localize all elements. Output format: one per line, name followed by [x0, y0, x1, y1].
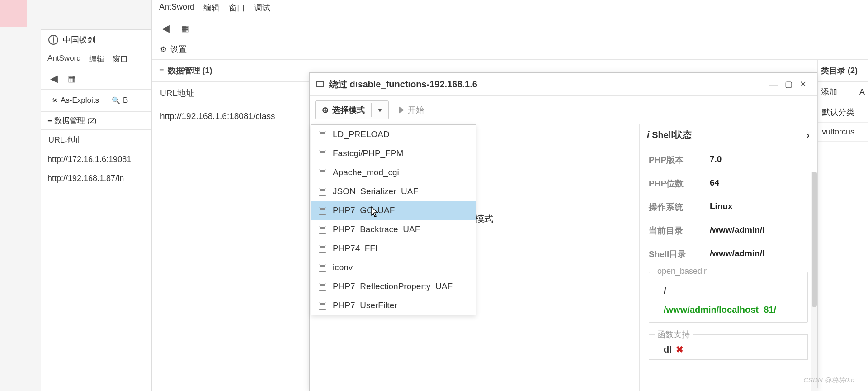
list-icon	[159, 66, 164, 76]
mode-ld-preload[interactable]: LD_PRELOAD	[311, 125, 476, 144]
mode-label: Apache_mod_cgi	[333, 167, 399, 177]
row-cwd: 当前目录 /www/admin/l	[649, 225, 808, 237]
tab-as-exploits[interactable]: As-Exploits	[46, 93, 105, 108]
mode-dropdown: LD_PRELOAD Fastcgi/PHP_FPM Apache_mod_cg…	[311, 124, 476, 315]
mode-label: JSON_Serializer_UAF	[333, 186, 418, 196]
function-name: dl	[664, 344, 672, 354]
select-mode-button[interactable]: 选择模式 ▼	[315, 100, 389, 119]
category-default[interactable]: 默认分类	[818, 102, 868, 123]
bg-menu-antsword[interactable]: AntSword	[47, 54, 81, 64]
info-icon	[647, 130, 650, 140]
scrollbar-thumb[interactable]	[812, 172, 817, 307]
file-icon	[319, 245, 326, 253]
dialog-titlebar[interactable]: 绕过 disable_functions-192.168.1.6 — ▢ ✕	[310, 73, 817, 96]
shell-status-title: Shell状态	[652, 130, 692, 140]
select-mode-label: 选择模式	[332, 105, 365, 115]
start-button[interactable]: 开始	[392, 101, 430, 119]
open-basedir-legend: open_basedir	[655, 267, 709, 276]
file-icon	[319, 302, 326, 310]
main-back-icon[interactable]: ◀	[156, 20, 176, 37]
menu-debug[interactable]: 调试	[254, 2, 270, 13]
chevron-right-icon[interactable]: ›	[807, 130, 810, 140]
shell-status-panel: Shell状态 › PHP版本 7.0 PHP位数 64 操作系统 Linux	[640, 124, 817, 391]
os-label: 操作系统	[649, 201, 710, 213]
cat-a-label: A	[859, 87, 865, 97]
mode-php7-userfilter[interactable]: PHP7_UserFilter	[311, 296, 476, 315]
mode-label: PHP7_ReflectionProperty_UAF	[333, 281, 453, 291]
row-os: 操作系统 Linux	[649, 201, 808, 213]
function-dl-row: dl ✖	[664, 344, 799, 355]
mode-php7-backtrace-uaf[interactable]: PHP7_Backtrace_UAF	[311, 220, 476, 239]
file-icon	[319, 283, 326, 291]
mode-label: PHP7_Backtrace_UAF	[333, 224, 420, 234]
open-basedir-slash: /	[664, 286, 799, 296]
category-vulforcus[interactable]: vulforcus	[818, 123, 868, 142]
bg-menu-window[interactable]: 窗口	[113, 54, 128, 64]
open-basedir-path: /www/admin/localhost_81/	[664, 305, 799, 315]
mode-iconv[interactable]: iconv	[311, 258, 476, 277]
tab-settings[interactable]: 设置	[152, 39, 195, 59]
file-icon	[319, 150, 326, 157]
shell-status-header[interactable]: Shell状态 ›	[640, 124, 817, 146]
scrollbar-track[interactable]	[811, 172, 817, 391]
mode-apache-mod-cgi[interactable]: Apache_mod_cgi	[311, 163, 476, 182]
gear-icon	[160, 45, 167, 54]
main-tabstrip: 设置	[152, 39, 868, 60]
minimize-button[interactable]: —	[766, 78, 781, 91]
mode-json-serializer-uaf[interactable]: JSON_Serializer_UAF	[311, 182, 476, 201]
php-version-value: 7.0	[710, 154, 722, 166]
mode-label: PHP7_GC_UAF	[333, 205, 395, 215]
categories-panel: 类目录 (2) 添加 A 默认分类 vulforcus	[818, 60, 868, 388]
plane-icon	[52, 96, 58, 105]
add-category-button[interactable]: 添加 A	[818, 82, 868, 102]
grid-icon[interactable]: ▦	[63, 72, 79, 86]
row-shell-dir: Shell目录 /www/admin/l	[649, 248, 808, 260]
dialog-toolbar: 选择模式 ▼ 开始	[310, 96, 817, 124]
mode-php7-reflection-uaf[interactable]: PHP7_ReflectionProperty_UAF	[311, 277, 476, 296]
tab-b[interactable]: B	[105, 93, 134, 108]
main-grid-icon[interactable]: ▦	[176, 21, 193, 36]
play-icon	[399, 106, 404, 114]
php-bits-label: PHP位数	[649, 178, 710, 190]
row-php-version: PHP版本 7.0	[649, 154, 808, 166]
cwd-value: /www/admin/l	[710, 225, 764, 237]
menu-antsword[interactable]: AntSword	[159, 2, 194, 13]
x-icon: ✖	[676, 344, 684, 354]
bg-title-text: 中国蚁剑	[63, 34, 95, 45]
cwd-label: 当前目录	[649, 225, 710, 237]
main-navbar: ◀ ▦	[152, 18, 868, 39]
os-value: Linux	[710, 201, 733, 213]
file-icon	[319, 169, 326, 176]
shell-dir-label: Shell目录	[649, 248, 710, 260]
add-category-label: 添加	[821, 86, 837, 97]
shell-dir-value: /www/admin/l	[710, 248, 764, 260]
menu-edit[interactable]: 编辑	[203, 2, 220, 13]
file-icon	[319, 131, 326, 138]
search-icon	[112, 96, 120, 105]
maximize-button[interactable]: ▢	[781, 77, 796, 91]
function-support-fieldset: 函数支持 dl ✖	[649, 334, 808, 360]
start-button-label: 开始	[408, 105, 424, 115]
file-icon	[319, 226, 326, 234]
bg-menu-edit[interactable]: 编辑	[89, 54, 104, 64]
dialog-title: 绕过 disable_functions-192.168.1.6	[329, 78, 766, 91]
tab-b-label: B	[123, 96, 128, 105]
tab-as-exploits-label: As-Exploits	[61, 96, 99, 105]
mode-fastcgi[interactable]: Fastcgi/PHP_FPM	[311, 144, 476, 163]
menu-window[interactable]: 窗口	[229, 2, 245, 13]
pink-box	[0, 0, 27, 27]
bypass-disable-functions-dialog: 绕过 disable_functions-192.168.1.6 — ▢ ✕ 选…	[309, 72, 817, 391]
bg-data-header-label: 数据管理 (2)	[54, 116, 97, 125]
file-icon	[319, 207, 326, 215]
plus-circle-icon	[322, 105, 329, 115]
main-menubar: AntSword 编辑 窗口 调试	[152, 0, 868, 18]
back-icon[interactable]: ◀	[45, 71, 63, 86]
mode-label: PHP74_FFI	[333, 243, 377, 253]
php-bits-value: 64	[710, 178, 719, 190]
mode-php74-ffi[interactable]: PHP74_FFI	[311, 239, 476, 258]
select-mode-caret[interactable]: ▼	[371, 103, 388, 117]
close-button[interactable]: ✕	[796, 77, 810, 91]
mode-php7-gc-uaf[interactable]: PHP7_GC_UAF	[311, 201, 476, 220]
list-icon	[47, 116, 52, 125]
row-php-bits: PHP位数 64	[649, 178, 808, 190]
